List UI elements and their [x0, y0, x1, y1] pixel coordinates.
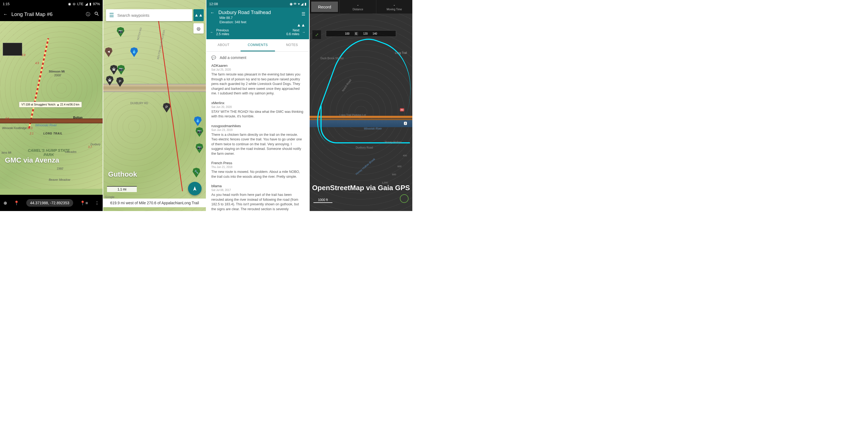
back-icon[interactable]: ← — [210, 10, 215, 15]
map-thumbnail[interactable] — [3, 43, 22, 56]
compass-100: 100 — [345, 32, 349, 35]
status-time: 1:15 — [3, 2, 9, 6]
dist-123: 12.3 — [27, 127, 32, 130]
waypoint-header: ← Duxbury Road Trailhead Mile 88.7 Eleva… — [207, 8, 309, 39]
marker-tools[interactable]: 🔧 — [193, 168, 200, 177]
back-icon[interactable]: ← — [3, 12, 8, 17]
next-waypoint[interactable]: Next0.6 miles → — [286, 28, 305, 36]
prev-waypoint[interactable]: ← Previous2.5 miles — [210, 28, 229, 36]
waypoint-elevation: Elevation: 348 feet — [219, 20, 305, 24]
comment-text: The new route is mowed. No problem. Abou… — [211, 170, 304, 179]
marker-water[interactable]: 💧 — [130, 47, 138, 57]
comment-text: STAY WITH THE ROAD! No idea what the GMC… — [211, 110, 304, 119]
collapse-button[interactable]: ⤢ — [312, 30, 321, 39]
comment-date: Sun Jun 23, 2019 — [211, 129, 304, 132]
distance-value: - — [357, 3, 359, 7]
status-icons: ◉ ⊖ LTE ◢ ▮ 97% — [68, 2, 100, 6]
next-label: Next — [286, 28, 299, 32]
elevation-icon[interactable]: ▲▲ — [297, 23, 305, 28]
map-canvas[interactable]: ⤢ 100 E 120 140 Notch Road Duck Brook Sh… — [310, 13, 412, 211]
app-bar: ← Long Trail Map #6 ⓘ — [0, 8, 103, 21]
waypoint-callout[interactable]: VT-108 at Smugglers' Notch: ▲ 22.4 mi/36… — [19, 102, 82, 107]
tab-comments[interactable]: COMMENTS — [241, 39, 275, 51]
contour-400: 400 — [403, 154, 407, 157]
compass-120: 120 — [363, 32, 368, 35]
tab-notes[interactable]: NOTES — [275, 39, 309, 51]
app-source-label: OpenStreetMap via Gaia GPS — [310, 184, 412, 192]
label-duckbrook: Duck Brook Shelter — [320, 57, 344, 60]
comment-date: Thu Jun 21, 2018 — [211, 166, 304, 169]
marker-water[interactable]: 💧 — [194, 116, 202, 126]
comment-item[interactable]: xMerlinxSat Jun 20, 2020STAY WITH THE RO… — [211, 101, 304, 119]
marker-road[interactable]: 🛣 — [106, 76, 114, 85]
status-time: 12:08 — [209, 2, 218, 6]
label-longtrail: LONG TRAIL — [43, 132, 63, 135]
highway — [0, 118, 103, 124]
stat-distance[interactable]: - Distance — [339, 0, 376, 13]
location-icon: ◉ — [68, 2, 71, 6]
map-canvas[interactable]: Stimson Mt 2000' Bolton Winooski Footbri… — [0, 21, 103, 189]
record-button[interactable]: Record — [311, 2, 338, 12]
signal-icon: ◢ — [85, 2, 88, 6]
comments-list[interactable]: ADKaarenSat Jul 25, 2020The farm reroute… — [207, 64, 309, 211]
info-icon[interactable]: ⓘ — [86, 12, 90, 17]
label-bolton: Bolton — [73, 116, 83, 119]
menu-icon[interactable]: ⋮ — [95, 201, 99, 206]
shield-89: 89 — [400, 108, 404, 111]
pin-list-icon[interactable]: 📍≡ — [80, 201, 88, 206]
compass-140: 140 — [372, 32, 377, 35]
page-title: Long Trail Map #6 — [11, 11, 82, 17]
list-icon[interactable]: ☰ — [302, 11, 305, 16]
locate-button[interactable]: ◎ — [193, 23, 204, 34]
top-bar: Record - Distance - Moving Time — [310, 0, 412, 13]
dnd-icon: ⊖ — [72, 2, 75, 6]
status-icons: ◉ 👁 ▾ ◢ ▮ — [289, 2, 306, 6]
marker-road[interactable]: 🛣 — [110, 65, 118, 75]
map-canvas[interactable]: NOTCH RD BOLTON VALLEY ACCESS DUXBURY RD… — [103, 0, 206, 211]
tab-about[interactable]: ABOUT — [207, 39, 241, 51]
stat-moving-time[interactable]: - Moving Time — [376, 0, 412, 13]
marker-camera[interactable]: 📷 — [195, 143, 203, 153]
coordinates-display[interactable]: 44.371988, -72.892353 — [26, 199, 73, 207]
marker-camera[interactable]: 📷 — [117, 27, 124, 37]
compass-button[interactable] — [400, 194, 408, 203]
battery-icon: ▮ — [89, 2, 91, 6]
marker-camera[interactable]: 📷 — [195, 127, 203, 137]
contour-800: 800 — [392, 173, 396, 176]
add-comment-row[interactable]: 💬 Add a comment — [207, 52, 309, 64]
marker-camera[interactable]: 📷 — [117, 65, 125, 75]
compass-bar[interactable]: 100 E 120 140 — [326, 30, 396, 37]
label-stimson: Stimson Mt — [49, 70, 65, 73]
comment-item[interactable]: ADKaarenSat Jul 25, 2020The farm reroute… — [211, 64, 304, 96]
hamburger-icon[interactable]: ☰ — [109, 12, 114, 19]
dist-28: 2.8 — [22, 54, 26, 57]
marker-sign[interactable]: ◄ — [105, 47, 113, 57]
search-icon[interactable] — [94, 11, 99, 18]
comment-item[interactable]: French PressThu Jun 21, 2018The new rout… — [211, 161, 304, 179]
comment-item[interactable]: bllamaSat Jul 08, 2017As you head north … — [211, 184, 304, 211]
layers-button[interactable]: ▲▲ — [193, 9, 204, 21]
comment-date: Sat Jun 20, 2020 — [211, 105, 304, 108]
comment-text: There is a chicken farm directly on the … — [211, 133, 304, 157]
search-input[interactable] — [117, 13, 189, 18]
scale-bar: 1.1 mi — [107, 186, 137, 192]
comment-item[interactable]: russgoodmanhikesSun Jun 23, 2019There is… — [211, 124, 304, 157]
label-river: Winooski River — [35, 124, 57, 127]
label-duxbury: DUXBURY RD — [130, 102, 148, 105]
marker-parking[interactable]: P — [116, 77, 124, 87]
dist-05: 0.5 — [5, 117, 9, 120]
marker-parking[interactable]: P — [163, 103, 170, 112]
arrow-left-icon: ← — [210, 30, 214, 34]
search-bar[interactable]: ☰ — [106, 9, 192, 21]
pin-icon[interactable]: 📍 — [14, 201, 19, 206]
locate-icon[interactable]: ⊕ — [3, 201, 7, 206]
navigate-fab[interactable] — [188, 182, 202, 195]
contour-600: 600 — [397, 165, 402, 168]
label-longtrail: Long Trail — [395, 51, 407, 55]
label-duxbury: Duxbury Road — [356, 146, 373, 149]
dist-37: 3.7 — [88, 145, 92, 148]
app-source-label: GMC via Avenza — [5, 156, 59, 165]
label-parking: Long Trail Parking Lot — [339, 114, 366, 116]
label-duxbury: Duxbury — [91, 143, 100, 146]
label-stimson-elev: 2000' — [54, 74, 62, 77]
